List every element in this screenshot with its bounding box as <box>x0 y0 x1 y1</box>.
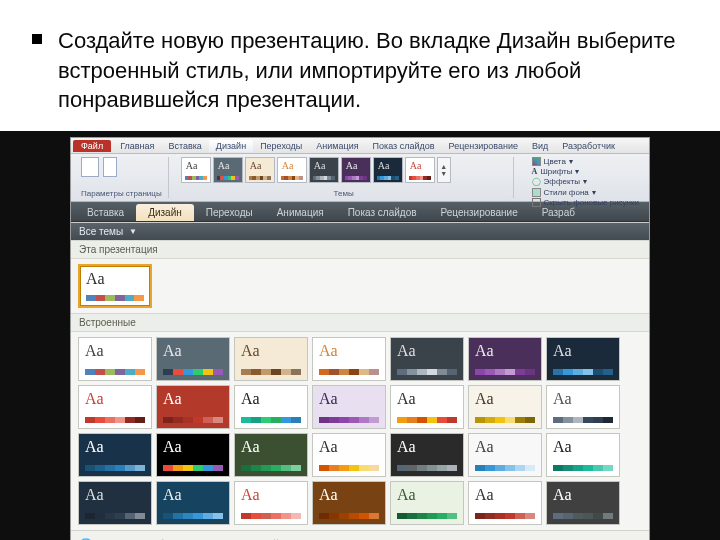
theme-thumbnail[interactable]: Aa <box>156 433 230 477</box>
ribbon-tab[interactable]: Вид <box>525 140 555 152</box>
theme-thumbnail[interactable]: Aa <box>156 385 230 429</box>
builtin-themes-grid: AaAaAaAaAaAaAaAaAaAaAaAaAaAaAaAaAaAaAaAa… <box>71 332 649 530</box>
theme-quick-strip: AaAaAaAaAaAaAaAa▲▼ <box>181 157 507 183</box>
theme-effects-button[interactable]: ◯Эффекты▾ <box>532 177 639 186</box>
secondary-tabstrip: ВставкаДизайнПереходыАнимацияПоказ слайд… <box>71 202 649 222</box>
palette-icon <box>532 157 541 166</box>
theme-thumbnail[interactable]: Aa <box>546 337 620 381</box>
ribbon-tab[interactable]: Рецензирование <box>442 140 526 152</box>
ribbon-tab[interactable]: Дизайн <box>209 140 253 152</box>
secondary-tab[interactable]: Показ слайдов <box>336 204 429 221</box>
theme-quick-item[interactable]: Aa <box>341 157 371 183</box>
theme-gallery-expand-button[interactable]: ▲▼ <box>437 157 451 183</box>
gallery-footer: 🌐 Разрешить обновление контента с сайта … <box>71 530 649 540</box>
secondary-tab[interactable]: Разраб <box>530 204 587 221</box>
background-styles-button[interactable]: Стили фона▾ <box>532 188 639 197</box>
chevron-down-icon: ▼ <box>129 227 137 236</box>
secondary-tab[interactable]: Дизайн <box>136 204 194 221</box>
theme-colors-button[interactable]: Цвета▾ <box>532 157 639 166</box>
theme-thumbnail[interactable]: Aa <box>312 481 386 525</box>
theme-thumbnail[interactable]: Aa <box>468 337 542 381</box>
slide-bullet-text: Создайте новую презентацию. Во вкладке Д… <box>58 26 692 115</box>
theme-thumbnail[interactable]: Aa <box>312 433 386 477</box>
theme-thumbnail[interactable]: Aa <box>78 433 152 477</box>
secondary-tab[interactable]: Анимация <box>265 204 336 221</box>
theme-quick-item[interactable]: Aa <box>213 157 243 183</box>
section-builtin: Встроенные <box>71 313 649 332</box>
ribbon-tabstrip: Файл ГлавнаяВставкаДизайнПереходыАнимаци… <box>71 138 649 154</box>
theme-thumbnail[interactable]: Aa <box>468 385 542 429</box>
ribbon-group-themes: AaAaAaAaAaAaAaAa▲▼ Темы <box>175 157 514 198</box>
theme-quick-item[interactable]: Aa <box>181 157 211 183</box>
theme-thumbnail[interactable]: Aa <box>156 481 230 525</box>
theme-quick-item[interactable]: Aa <box>245 157 275 183</box>
all-themes-label: Все темы <box>79 226 123 237</box>
page-setup-icon[interactable] <box>81 157 99 177</box>
theme-thumbnail[interactable]: Aa <box>390 337 464 381</box>
theme-quick-item[interactable]: Aa <box>277 157 307 183</box>
group-label-page-params: Параметры страницы <box>81 189 162 198</box>
theme-thumbnail[interactable]: Aa <box>546 481 620 525</box>
ribbon-group-page-params: Параметры страницы <box>75 157 169 198</box>
ribbon-content: Параметры страницы AaAaAaAaAaAaAaAa▲▼ Те… <box>71 154 649 202</box>
ribbon-tab[interactable]: Разработчик <box>555 140 621 152</box>
theme-thumbnail[interactable]: Aa <box>546 385 620 429</box>
slide-bullet-block: Создайте новую презентацию. Во вкладке Д… <box>0 0 720 131</box>
theme-thumbnail[interactable]: Aa <box>390 433 464 477</box>
ribbon-tab[interactable]: Показ слайдов <box>366 140 442 152</box>
theme-thumbnail[interactable]: Aa <box>312 337 386 381</box>
theme-thumbnail[interactable]: Aa <box>234 433 308 477</box>
theme-thumbnail[interactable]: Aa <box>234 337 308 381</box>
ribbon-group-background: Цвета▾ AШрифты▾ ◯Эффекты▾ Стили фона▾ Ск… <box>520 157 645 198</box>
theme-thumbnail[interactable]: Aa <box>78 337 152 381</box>
enable-office-updates-option[interactable]: 🌐 Разрешить обновление контента с сайта … <box>77 534 643 540</box>
effects-icon: ◯ <box>532 177 541 186</box>
slide-orientation-icon[interactable] <box>103 157 117 177</box>
ribbon-tab[interactable]: Вставка <box>161 140 208 152</box>
secondary-tab[interactable]: Переходы <box>194 204 265 221</box>
gallery-header[interactable]: Все темы ▼ <box>71 223 649 240</box>
theme-thumbnail[interactable]: Aa <box>78 385 152 429</box>
secondary-tab[interactable]: Вставка <box>75 204 136 221</box>
section-this-presentation: Эта презентация <box>71 240 649 259</box>
file-tab[interactable]: Файл <box>73 140 111 152</box>
ribbon-tab[interactable]: Переходы <box>253 140 309 152</box>
theme-thumbnail[interactable]: Aa <box>234 385 308 429</box>
powerpoint-ribbon-screenshot: Файл ГлавнаяВставкаДизайнПереходыАнимаци… <box>70 137 650 540</box>
secondary-tab[interactable]: Рецензирование <box>429 204 530 221</box>
theme-thumbnail[interactable]: Aa <box>468 481 542 525</box>
ribbon-tab[interactable]: Анимация <box>309 140 365 152</box>
ribbon-tab[interactable]: Главная <box>113 140 161 152</box>
theme-thumbnail[interactable]: Aa <box>156 337 230 381</box>
bullet-square-icon <box>32 34 42 44</box>
themes-gallery: Все темы ▼ Эта презентация Aa Встроенные… <box>71 222 649 540</box>
theme-quick-item[interactable]: Aa <box>405 157 435 183</box>
theme-thumbnail[interactable]: Aa <box>234 481 308 525</box>
theme-thumbnail[interactable]: Aa <box>546 433 620 477</box>
group-label-themes: Темы <box>181 189 507 198</box>
theme-quick-item[interactable]: Aa <box>309 157 339 183</box>
theme-thumbnail[interactable]: Aa <box>78 264 152 308</box>
fonts-icon: A <box>532 167 538 176</box>
theme-thumbnail[interactable]: Aa <box>390 481 464 525</box>
bg-styles-icon <box>532 188 541 197</box>
this-presentation-row: Aa <box>71 259 649 313</box>
theme-thumbnail[interactable]: Aa <box>468 433 542 477</box>
theme-quick-item[interactable]: Aa <box>373 157 403 183</box>
theme-thumbnail[interactable]: Aa <box>390 385 464 429</box>
theme-thumbnail[interactable]: Aa <box>78 481 152 525</box>
theme-fonts-button[interactable]: AШрифты▾ <box>532 167 639 176</box>
theme-thumbnail[interactable]: Aa <box>312 385 386 429</box>
